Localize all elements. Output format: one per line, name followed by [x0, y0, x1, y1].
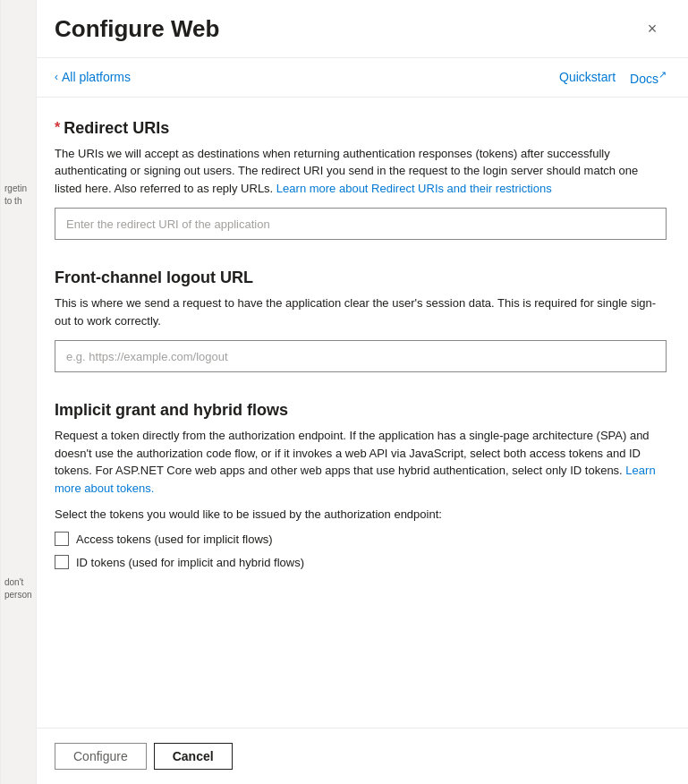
redirect-uris-section: * Redirect URIs The URIs we will accept … — [55, 119, 667, 241]
access-tokens-label: Access tokens (used for implicit flows) — [76, 533, 273, 546]
panel-footer: Configure Cancel — [37, 728, 688, 784]
close-button[interactable]: × — [638, 14, 667, 43]
front-channel-logout-title-text: Front-channel logout URL — [55, 268, 253, 287]
id-tokens-checkbox-item[interactable]: ID tokens (used for implicit and hybrid … — [55, 555, 667, 569]
panel-title: Configure Web — [55, 15, 219, 43]
implicit-grant-title: Implicit grant and hybrid flows — [55, 401, 667, 420]
redirect-uri-input[interactable] — [55, 208, 667, 240]
front-channel-logout-section: Front-channel logout URL This is where w… — [55, 268, 667, 372]
main-content: Configure Web × ‹ All platforms Quicksta… — [37, 0, 688, 784]
implicit-grant-desc-text: Request a token directly from the author… — [55, 429, 650, 477]
nav-bar: ‹ All platforms Quickstart Docs↗ — [37, 58, 688, 98]
back-link-label: All platforms — [62, 70, 131, 84]
redirect-uris-description: The URIs we will accept as destinations … — [55, 145, 667, 198]
chevron-left-icon: ‹ — [55, 71, 58, 83]
panel-header: Configure Web × — [37, 0, 688, 58]
configure-button[interactable]: Configure — [55, 743, 147, 770]
id-tokens-checkbox[interactable] — [55, 555, 69, 569]
id-tokens-label: ID tokens (used for implicit and hybrid … — [76, 556, 304, 569]
token-checkboxes: Access tokens (used for implicit flows) … — [55, 532, 667, 569]
implicit-grant-section: Implicit grant and hybrid flows Request … — [55, 401, 667, 569]
back-link[interactable]: ‹ All platforms — [55, 70, 131, 84]
access-tokens-checkbox[interactable] — [55, 532, 69, 546]
sidebar-text-1: rgetin to th — [1, 179, 37, 211]
required-star: * — [55, 120, 60, 136]
quickstart-link[interactable]: Quickstart — [559, 70, 616, 84]
configure-web-panel: rgetin to th don't person Configure Web … — [0, 0, 688, 784]
implicit-grant-description: Request a token directly from the author… — [55, 427, 667, 497]
redirect-uris-title-text: Redirect URIs — [64, 119, 169, 138]
redirect-uris-learn-more-link[interactable]: Learn more about Redirect URIs and their… — [276, 182, 552, 195]
redirect-uris-title: * Redirect URIs — [55, 119, 667, 138]
front-channel-logout-description: This is where we send a request to have … — [55, 294, 667, 329]
external-link-icon: ↗ — [658, 69, 667, 80]
sidebar-text-2: don't person — [1, 573, 37, 605]
docs-label: Docs — [630, 72, 658, 86]
implicit-grant-title-text: Implicit grant and hybrid flows — [55, 401, 288, 420]
access-tokens-checkbox-item[interactable]: Access tokens (used for implicit flows) — [55, 532, 667, 546]
cancel-button[interactable]: Cancel — [154, 743, 233, 770]
nav-links: Quickstart Docs↗ — [559, 69, 667, 86]
sidebar-strip: rgetin to th don't person — [1, 0, 37, 784]
docs-link[interactable]: Docs↗ — [630, 69, 667, 86]
panel-body: * Redirect URIs The URIs we will accept … — [37, 98, 688, 728]
select-tokens-label: Select the tokens you would like to be i… — [55, 507, 667, 521]
front-channel-logout-input[interactable] — [55, 340, 667, 372]
front-channel-logout-title: Front-channel logout URL — [55, 268, 667, 287]
